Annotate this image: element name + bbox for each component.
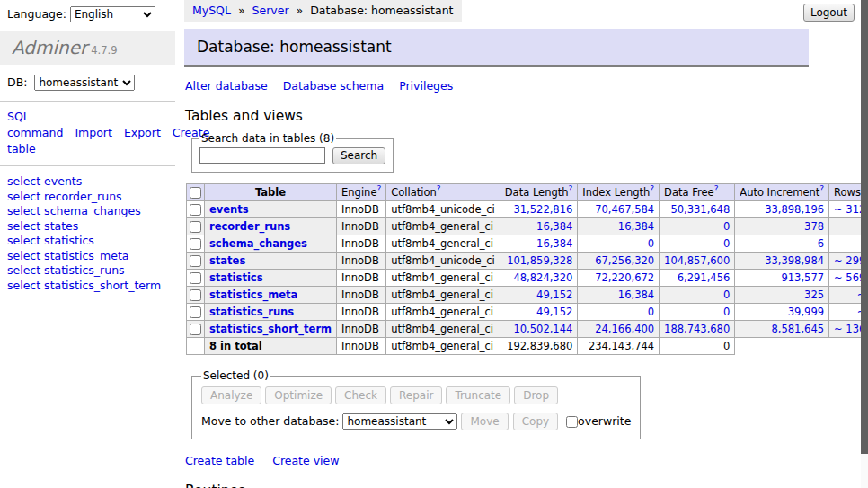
data-free-cell: 188,743,680 (660, 321, 735, 338)
total-data-free: 0 (660, 338, 735, 355)
table-name-link[interactable]: statistics_meta (209, 288, 297, 301)
total-index-length: 234,143,744 (578, 338, 660, 355)
sidebar-select-link[interactable]: select statistics (7, 234, 168, 247)
sidebar-select-link[interactable]: select statistics_runs (7, 263, 168, 277)
table-row: statistics_runsInnoDButf8mb4_general_ci4… (187, 304, 868, 321)
table-name-link[interactable]: states (209, 254, 245, 267)
index-length-cell: 24,166,400 (578, 321, 660, 338)
table-total-row: 8 in total InnoDB utf8mb4_general_ci 192… (187, 338, 868, 355)
engine-cell: InnoDB (337, 218, 386, 235)
column-help-link[interactable]: ? (714, 184, 719, 193)
table-name-link[interactable]: schema_changes (209, 237, 307, 250)
row-checkbox[interactable] (190, 238, 201, 250)
table-row: statesInnoDButf8mb4_unicode_ci101,859,32… (187, 253, 868, 270)
db-row: DB: homeassistant (0, 65, 175, 102)
selected-operation-button[interactable]: Drop (514, 386, 558, 404)
row-checkbox[interactable] (190, 289, 201, 301)
sidebar-select-link[interactable]: select events (7, 174, 168, 188)
language-select[interactable]: English (70, 6, 155, 22)
table-name-link[interactable]: statistics_runs (209, 306, 294, 318)
select-all-checkbox[interactable] (190, 187, 201, 199)
breadcrumb-mysql-link[interactable]: MySQL (192, 4, 231, 17)
total-label: 8 in total (205, 338, 337, 355)
sidebar-table-links: select eventsselect recorder_runsselect … (0, 166, 175, 292)
data-free-cell: 0 (660, 218, 735, 235)
column-help-link[interactable]: ? (569, 184, 573, 193)
engine-cell: InnoDB (337, 304, 386, 321)
table-name-link[interactable]: statistics_short_term (209, 323, 332, 335)
database-action-link[interactable]: Alter database (185, 79, 268, 93)
selected-operation-button[interactable]: Repair (390, 386, 442, 404)
database-action-link[interactable]: Privileges (399, 79, 453, 93)
create-link[interactable]: Create view (272, 454, 339, 467)
selected-operation-button[interactable]: Optimize (265, 386, 332, 404)
column-help-link[interactable]: ? (650, 184, 654, 193)
sidebar-action-link[interactable]: SQL command (7, 110, 63, 139)
row-checkbox[interactable] (190, 204, 201, 216)
total-collation: utf8mb4_general_ci (386, 338, 500, 355)
create-link[interactable]: Create table (185, 454, 254, 467)
collation-cell: utf8mb4_general_ci (386, 287, 500, 304)
db-select[interactable]: homeassistant (34, 75, 135, 91)
column-header-label: Table (255, 186, 286, 199)
total-data-length: 192,839,680 (500, 338, 578, 355)
engine-cell: InnoDB (337, 253, 386, 270)
move-button[interactable]: Move (461, 413, 508, 430)
column-help-link[interactable]: ? (437, 184, 441, 193)
copy-button[interactable]: Copy (513, 413, 558, 430)
search-input[interactable] (199, 147, 325, 164)
move-label: Move to other database: (201, 414, 339, 428)
row-checkbox[interactable] (190, 221, 201, 233)
table-name-cell: statistics_meta (205, 287, 337, 304)
sidebar-action-link[interactable]: Export (124, 126, 161, 139)
table-name-link[interactable]: events (209, 203, 249, 216)
auto-increment-cell: 913,577 (735, 270, 829, 287)
sidebar-actions: SQL commandImportExportCreate table (0, 102, 175, 166)
row-checkbox[interactable] (190, 272, 201, 284)
logout-button[interactable]: Logout (803, 4, 855, 22)
move-db-select[interactable]: homeassistant (342, 413, 457, 430)
index-length-cell: 16,384 (578, 287, 660, 304)
column-header: Data Free? (660, 184, 735, 201)
sidebar-action-link[interactable]: Import (75, 126, 112, 139)
sidebar-select-link[interactable]: select recorder_runs (7, 190, 168, 203)
column-header: Index Length? (578, 184, 660, 201)
selected-operation-button[interactable]: Truncate (446, 386, 510, 404)
row-checkbox[interactable] (190, 306, 201, 318)
search-button[interactable]: Search (332, 147, 385, 164)
selected-operation-button[interactable]: Check (335, 386, 386, 404)
overwrite-checkbox[interactable] (566, 416, 578, 428)
sidebar-select-link[interactable]: select statistics_meta (7, 249, 168, 262)
scrollbar-track[interactable] (861, 0, 868, 488)
row-checkbox[interactable] (190, 255, 201, 267)
sidebar-select-link[interactable]: select schema_changes (7, 204, 168, 217)
data-length-cell: 16,384 (500, 235, 578, 253)
column-help-link[interactable]: ? (819, 184, 824, 193)
database-action-link[interactable]: Database schema (283, 79, 384, 93)
sidebar-select-link[interactable]: select statistics_short_term (7, 279, 168, 292)
index-length-cell: 16,384 (578, 218, 660, 235)
sidebar: Language: English Adminer4.7.9 DB: homea… (0, 0, 175, 293)
collation-cell: utf8mb4_general_ci (386, 304, 500, 321)
table-name-link[interactable]: recorder_runs (209, 220, 290, 233)
index-length-cell: 72,220,672 (578, 270, 660, 287)
create-links: Create tableCreate view (185, 454, 824, 467)
row-checkbox-cell (187, 287, 205, 304)
table-name-link[interactable]: statistics (209, 271, 263, 284)
sidebar-select-link[interactable]: select states (7, 219, 168, 233)
index-length-cell: 70,467,584 (578, 201, 660, 218)
auto-increment-cell: 8,581,645 (735, 321, 829, 338)
overwrite-label: overwrite (578, 414, 631, 428)
breadcrumb-server-link[interactable]: Server (252, 4, 289, 17)
selected-operation-button[interactable]: Analyze (201, 386, 261, 404)
row-checkbox[interactable] (190, 324, 201, 335)
column-header-label: Rows (834, 186, 861, 199)
table-row: statistics_metaInnoDButf8mb4_general_ci4… (187, 287, 868, 304)
data-free-cell: 0 (660, 287, 735, 304)
data-length-cell: 10,502,144 (500, 321, 578, 338)
column-header-label: Data Length (505, 186, 569, 199)
data-length-cell: 31,522,816 (500, 201, 578, 218)
table-row: recorder_runsInnoDButf8mb4_general_ci16,… (187, 218, 868, 235)
scrollbar-thumb[interactable] (861, 0, 868, 454)
column-help-link[interactable]: ? (376, 184, 381, 193)
